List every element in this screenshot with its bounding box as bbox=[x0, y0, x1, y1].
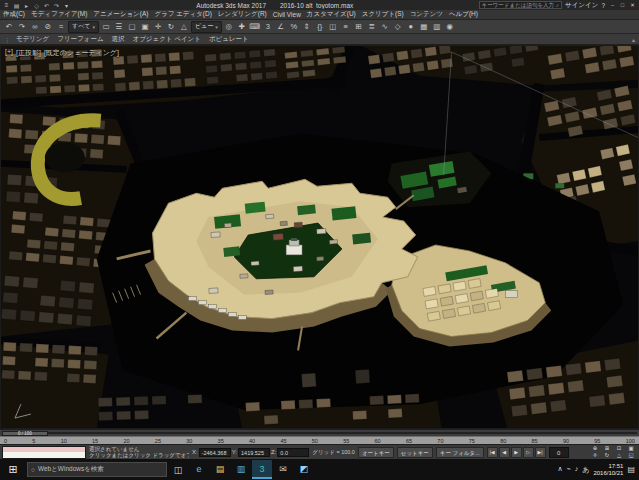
maximize-viewport-toggle-icon[interactable]: ◱ bbox=[625, 452, 637, 459]
unlink-selection-icon[interactable]: ⊘ bbox=[42, 21, 54, 33]
y-coordinate-field[interactable]: 1419.525 bbox=[238, 448, 270, 457]
task-view-button[interactable]: ◫ bbox=[170, 465, 186, 475]
z-coordinate-field[interactable]: 0.0 bbox=[277, 448, 309, 457]
open-file-icon[interactable]: ▸ bbox=[22, 2, 31, 9]
zoom-icon[interactable]: ⊕ bbox=[589, 445, 601, 452]
keyboard-shortcut-override-icon[interactable]: ⌨ bbox=[249, 21, 261, 33]
reference-coordinate-select[interactable]: ビュー▾ bbox=[191, 21, 222, 33]
maxscript-mini-listener[interactable] bbox=[2, 446, 86, 459]
auto-key-button[interactable]: オートキー bbox=[358, 447, 394, 458]
named-selection-sets-icon[interactable]: {} bbox=[314, 21, 326, 33]
render-production-icon[interactable]: ◉ bbox=[444, 21, 456, 33]
pan-icon[interactable]: ✛ bbox=[589, 452, 601, 459]
time-slider-handle[interactable]: 0 / 100 bbox=[2, 431, 48, 436]
menu-item[interactable]: モディファイア(M) bbox=[28, 10, 90, 19]
viewport-shading-menu[interactable]: [既定のシェーディング] bbox=[44, 48, 119, 58]
infocenter-search-input[interactable]: キーワードまたは語句を入力 ⌕ bbox=[479, 1, 563, 9]
close-button[interactable]: ✕ bbox=[628, 2, 637, 8]
key-filter-button[interactable]: キー フィルタ... bbox=[436, 447, 484, 458]
undo-icon[interactable]: ↶ bbox=[3, 21, 15, 33]
curve-editor-icon[interactable]: ∿ bbox=[379, 21, 391, 33]
redo-icon[interactable]: ↷ bbox=[16, 21, 28, 33]
ribbon-tab[interactable]: モデリング bbox=[12, 35, 53, 44]
select-and-scale-icon[interactable]: △ bbox=[178, 21, 190, 33]
time-slider-groove[interactable] bbox=[2, 432, 637, 434]
help-icon[interactable]: ? bbox=[601, 2, 605, 9]
schematic-view-icon[interactable]: ◇ bbox=[392, 21, 404, 33]
minimize-button[interactable]: – bbox=[608, 2, 617, 8]
select-object-icon[interactable]: ▭ bbox=[100, 21, 112, 33]
align-icon[interactable]: ≡ bbox=[340, 21, 352, 33]
bind-to-space-warp-icon[interactable]: ≈ bbox=[55, 21, 67, 33]
menu-item[interactable]: グラフ エディタ(D) bbox=[151, 10, 214, 19]
ime-mode-icon[interactable]: あ bbox=[582, 465, 589, 475]
layer-explorer-icon[interactable]: ≣ bbox=[366, 21, 378, 33]
menu-item[interactable]: コンテンツ bbox=[407, 10, 446, 19]
play-button[interactable]: ▶ bbox=[511, 447, 522, 458]
sign-in-button[interactable]: サインイン bbox=[565, 1, 598, 10]
menu-item[interactable]: 作成(C) bbox=[0, 10, 28, 19]
ribbon-grip-icon[interactable]: ⋮ bbox=[4, 36, 10, 43]
window-crossing-icon[interactable]: ▣ bbox=[139, 21, 151, 33]
mail-icon[interactable]: ✉ bbox=[273, 460, 293, 479]
undo-icon[interactable]: ↶ bbox=[42, 2, 51, 9]
scene-explorer-icon[interactable]: ⊞ bbox=[353, 21, 365, 33]
workspace-dropdown[interactable]: ▾ bbox=[62, 2, 71, 9]
select-and-manipulate-icon[interactable]: ✚ bbox=[236, 21, 248, 33]
ribbon-minimize-button[interactable]: ▴ bbox=[632, 36, 635, 43]
menu-item[interactable]: ヘルプ(H) bbox=[446, 10, 481, 19]
viewport[interactable]: [+] [正投影] [既定のシェーディング] bbox=[0, 45, 639, 429]
menu-item[interactable]: アニメーション(A) bbox=[90, 10, 151, 19]
listener-line[interactable] bbox=[3, 452, 85, 458]
select-and-move-icon[interactable]: ✛ bbox=[152, 21, 164, 33]
rendered-frame-icon[interactable]: ▥ bbox=[431, 21, 443, 33]
green-roof-building[interactable] bbox=[555, 183, 564, 188]
go-to-start-button[interactable]: |◀ bbox=[487, 447, 498, 458]
new-file-icon[interactable]: ▤ bbox=[12, 2, 21, 9]
ribbon-tab[interactable]: フリーフォーム bbox=[53, 35, 107, 44]
orbit-icon[interactable]: ↻ bbox=[601, 452, 613, 459]
select-by-name-icon[interactable]: ☰ bbox=[113, 21, 125, 33]
selection-region-icon[interactable]: ▢ bbox=[126, 21, 138, 33]
snaps-toggle-icon[interactable]: 3 bbox=[262, 21, 274, 33]
ribbon-tab[interactable]: ポピュレート bbox=[205, 35, 253, 44]
material-editor-icon[interactable]: ● bbox=[405, 21, 417, 33]
maximize-button[interactable]: □ bbox=[618, 2, 627, 8]
redo-icon[interactable]: ↷ bbox=[52, 2, 61, 9]
menu-item[interactable]: Civil View bbox=[270, 11, 304, 18]
render-setup-icon[interactable]: ▦ bbox=[418, 21, 430, 33]
ribbon-tab[interactable]: 選択 bbox=[108, 35, 129, 44]
go-to-end-button[interactable]: ▶| bbox=[535, 447, 546, 458]
use-pivot-point-icon[interactable]: ◎ bbox=[223, 21, 235, 33]
taskbar-search-input[interactable]: ○ WebとWindowsを検索 bbox=[27, 462, 167, 477]
next-frame-button[interactable]: ▷ bbox=[523, 447, 534, 458]
taskbar-clock[interactable]: 17:51 2016/10/21 bbox=[593, 463, 623, 477]
set-key-button[interactable]: セットキー bbox=[397, 447, 433, 458]
hidden-icons-chevron[interactable]: ∧ bbox=[557, 465, 562, 475]
ribbon-tab[interactable]: オブジェクト ペイント bbox=[129, 35, 205, 44]
viewport-view-menu[interactable]: [正投影] bbox=[16, 48, 41, 58]
menu-item[interactable]: カスタマイズ(U) bbox=[304, 10, 359, 19]
photos-icon[interactable]: ◩ bbox=[294, 460, 314, 479]
3ds-max-icon[interactable]: 3 bbox=[252, 460, 272, 479]
spinner-snap-icon[interactable]: ⇕ bbox=[301, 21, 313, 33]
percent-snap-icon[interactable]: % bbox=[288, 21, 300, 33]
menu-item[interactable]: レンダリング(R) bbox=[215, 10, 270, 19]
file-explorer-icon[interactable]: ▤ bbox=[210, 460, 230, 479]
volume-icon[interactable]: ♪ bbox=[575, 465, 579, 475]
mirror-icon[interactable]: ◫ bbox=[327, 21, 339, 33]
select-and-rotate-icon[interactable]: ↻ bbox=[165, 21, 177, 33]
application-menu-button[interactable]: ≡ bbox=[2, 2, 11, 9]
zoom-region-icon[interactable]: ▣ bbox=[625, 445, 637, 452]
x-coordinate-field[interactable]: -2464.368 bbox=[199, 448, 231, 457]
time-slider[interactable]: 0 / 100 bbox=[0, 429, 639, 436]
save-file-icon[interactable]: ◇ bbox=[32, 2, 41, 9]
previous-frame-button[interactable]: ◀ bbox=[499, 447, 510, 458]
angle-snap-icon[interactable]: ∠ bbox=[275, 21, 287, 33]
select-and-link-icon[interactable]: ∞ bbox=[29, 21, 41, 33]
menu-item[interactable]: スクリプト(S) bbox=[359, 10, 407, 19]
store-icon[interactable]: ▥ bbox=[231, 460, 251, 479]
viewport-general-menu[interactable]: [+] bbox=[5, 48, 13, 58]
selection-filter-select[interactable]: すべて▾ bbox=[68, 21, 99, 33]
search-icon[interactable]: ⌕ bbox=[556, 2, 559, 9]
